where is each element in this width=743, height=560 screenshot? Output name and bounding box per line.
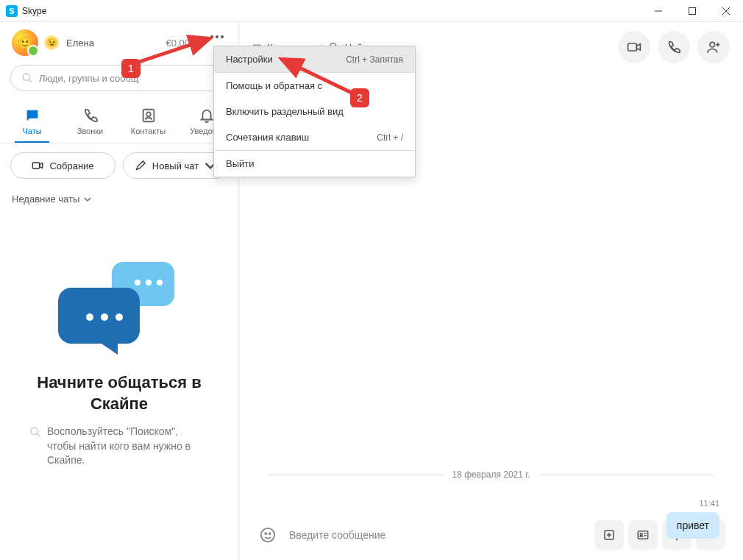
close-button[interactable] <box>709 0 743 22</box>
date-text: 18 февраля 2021 г. <box>452 469 530 480</box>
tab-label: Звонки <box>77 127 104 135</box>
annotation-badge-1: 1 <box>121 59 141 78</box>
phone-icon <box>82 107 99 124</box>
app-title: Skype <box>22 6 46 16</box>
menu-item-shortcuts[interactable]: Сочетания клавиш Ctrl + / <box>214 124 415 150</box>
window-controls <box>641 0 743 22</box>
add-people-button[interactable] <box>697 31 730 63</box>
tab-label: Контакты <box>131 127 166 135</box>
nav-tabs: Чаты Звонки Контакты Уведомл <box>0 99 238 143</box>
meeting-button[interactable]: Собрание <box>10 152 115 179</box>
tab-calls[interactable]: Звонки <box>61 103 119 143</box>
audio-call-button[interactable] <box>658 31 690 63</box>
svg-point-11 <box>157 280 163 286</box>
contact-card-button[interactable] <box>628 520 658 550</box>
empty-state: Начните общаться в Скайпе Воспользуйтесь… <box>0 210 238 468</box>
minimize-button[interactable] <box>641 0 675 22</box>
svg-line-37 <box>281 59 353 93</box>
mood-icon[interactable]: 😉 <box>44 35 59 50</box>
maximize-button[interactable] <box>675 0 709 22</box>
chevron-down-icon <box>84 196 91 203</box>
attach-file-button[interactable] <box>594 520 624 550</box>
empty-title: Начните общаться в Скайпе <box>22 372 216 414</box>
empty-description: Воспользуйтесь "Поиском", чтобы найти ко… <box>47 425 209 468</box>
message-bubble[interactable]: привет <box>666 512 719 539</box>
titlebar: S Skype <box>0 0 743 22</box>
menu-label: Включить раздельный вид <box>226 106 344 117</box>
chat-bubbles-illustration <box>22 255 216 358</box>
search-icon <box>29 426 41 438</box>
message-input[interactable]: Введите сообщение <box>289 529 584 541</box>
recent-label: Недавние чаты <box>12 194 79 205</box>
chat-icon <box>24 107 40 124</box>
svg-rect-27 <box>638 531 648 539</box>
compose-icon <box>135 160 146 171</box>
svg-point-24 <box>265 533 266 534</box>
search-icon <box>21 72 33 84</box>
svg-line-5 <box>29 79 32 82</box>
svg-point-10 <box>146 280 152 286</box>
sidebar: 🙂 😉 Елена €0,00 Чаты Звонки Конта <box>0 22 239 560</box>
button-label: Собрание <box>49 160 93 171</box>
svg-point-12 <box>86 313 93 321</box>
menu-label: Настройки <box>226 54 273 65</box>
date-divider: 18 февраля 2021 г. <box>239 469 743 480</box>
new-chat-button[interactable]: Новый чат <box>123 152 228 179</box>
tab-chats[interactable]: Чаты <box>3 103 61 143</box>
svg-line-36 <box>135 38 210 63</box>
message-time: 11:41 <box>699 499 719 508</box>
svg-point-25 <box>269 533 271 534</box>
action-row: Собрание Новый чат <box>0 143 238 188</box>
svg-point-4 <box>23 74 29 80</box>
menu-item-exit[interactable]: Выйти <box>214 151 415 177</box>
video-call-button[interactable] <box>618 31 650 63</box>
contacts-icon <box>141 107 157 124</box>
user-name[interactable]: Елена <box>66 38 94 49</box>
svg-point-13 <box>101 313 108 321</box>
svg-point-7 <box>146 112 151 116</box>
svg-point-23 <box>261 528 274 542</box>
emoji-button[interactable] <box>257 524 279 546</box>
avatar[interactable]: 🙂 <box>12 29 38 56</box>
skype-logo-icon: S <box>6 5 18 17</box>
annotation-badge-2: 2 <box>350 88 369 107</box>
svg-point-20 <box>710 42 715 47</box>
svg-rect-8 <box>33 163 40 169</box>
recent-chats-header[interactable]: Недавние чаты <box>0 188 238 210</box>
svg-point-14 <box>115 313 123 321</box>
menu-label: Выйти <box>226 158 255 169</box>
menu-label: Сочетания клавиш <box>226 132 309 143</box>
svg-line-16 <box>37 433 40 436</box>
tab-contacts[interactable]: Контакты <box>119 103 177 143</box>
svg-point-28 <box>640 534 642 536</box>
svg-point-15 <box>31 428 38 434</box>
bell-icon <box>199 107 215 124</box>
svg-rect-1 <box>689 7 696 14</box>
tab-label: Чаты <box>22 127 41 135</box>
search-box[interactable] <box>10 65 228 91</box>
button-label: Новый чат <box>152 160 199 171</box>
svg-point-9 <box>135 280 141 286</box>
menu-shortcut: Ctrl + / <box>377 132 403 143</box>
svg-rect-19 <box>628 43 637 51</box>
video-icon <box>32 160 43 171</box>
